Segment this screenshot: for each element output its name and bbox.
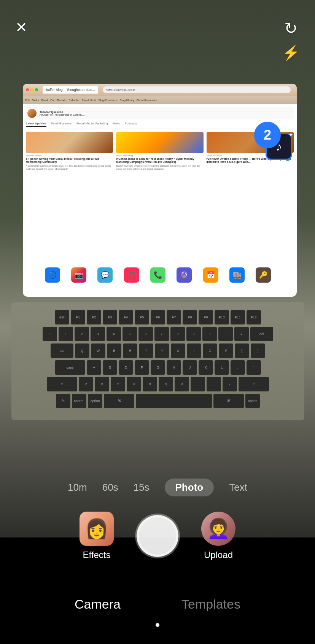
address-bar: buffer.com/resources/ [103, 86, 291, 93]
nav-tab-templates[interactable]: Templates [174, 593, 248, 615]
toolbar-item: Blog-Library [120, 99, 134, 102]
key: 8 [170, 327, 185, 341]
effects-avatar: 👩 [80, 512, 114, 546]
key: . [207, 377, 221, 391]
dot-yellow [30, 88, 33, 91]
key: ] [251, 343, 265, 358]
chrome-bar: Buffer Blog – Thoughts on Soc... buffer.… [23, 84, 297, 96]
flash-button[interactable]: ⚡ [282, 45, 300, 61]
profile-row: Tatiana Figueiredo Founder of The Busine… [26, 107, 294, 119]
mode-text[interactable]: Text [229, 482, 247, 493]
key: K [199, 360, 213, 375]
upload-label: Upload [204, 550, 233, 560]
mode-selector: 10m 60s 15s Photo Text [0, 479, 315, 496]
key: N [159, 377, 173, 391]
key: Z [79, 377, 93, 391]
nav-tab-news: News [113, 122, 120, 127]
key-row-5: ⇧ Z X C V B N M , . / ⇧ [17, 377, 299, 391]
key: S [103, 360, 117, 375]
key: 1 [59, 327, 73, 341]
nav-tab-social: Social Media Marketing [76, 122, 108, 127]
key: 3 [91, 327, 105, 341]
key: F12 [247, 310, 261, 324]
key: O [203, 343, 217, 358]
key: W [91, 343, 105, 358]
close-button[interactable]: ✕ [15, 19, 27, 36]
upload-button[interactable]: 👩‍🦱 Upload [201, 512, 235, 560]
key-tab: tab [51, 343, 73, 358]
key: [ [235, 343, 249, 358]
toolbar-row: Edit Tasks Gmail Cal Threads Calendar Bo… [23, 96, 297, 104]
key: Y [155, 343, 169, 358]
article-title-1: 5 Tips for Turning Your Social Media Fol… [26, 157, 113, 164]
key: 2 [75, 327, 89, 341]
key: esc [55, 310, 69, 324]
url-text: buffer.com/resources/ [106, 88, 135, 92]
article-excerpt-1: A community business strategist gives he… [26, 165, 113, 171]
dock-icon: 🔮 [177, 267, 192, 283]
key: F [135, 360, 149, 375]
key-row-1: esc F1 F2 F3 F4 F5 F6 F7 F8 F9 F10 F11 F… [17, 310, 299, 324]
toolbar-item: Edit [25, 99, 30, 102]
key-delete: del [250, 327, 273, 341]
upload-face: 👩‍🦱 [201, 512, 235, 546]
profile-name: Tatiana Figueiredo [40, 111, 84, 113]
key-row-6: fn control option ⌘ ⌘ option [17, 394, 299, 408]
key: F1 [71, 310, 85, 324]
key: X [95, 377, 109, 391]
key: F8 [183, 310, 197, 324]
key-fn: fn [56, 394, 70, 408]
key-option: option [88, 394, 102, 408]
profile-avatar [27, 109, 37, 118]
key-shift-r: ⇧ [239, 377, 269, 391]
key: V [127, 377, 141, 391]
flip-camera-button[interactable]: ↻ [284, 19, 298, 38]
badge-number: 2 [264, 127, 271, 143]
nav-tab-podcasts: Podcasts [125, 122, 137, 127]
dot-green [35, 88, 38, 91]
key: B [143, 377, 157, 391]
upload-avatar: 👩‍🦱 [201, 512, 235, 546]
key: F5 [135, 310, 149, 324]
key: ' [247, 360, 261, 375]
mode-10m[interactable]: 10m [68, 482, 87, 493]
mode-60s[interactable]: 60s [102, 482, 118, 493]
bottom-nav-tabs: Camera Templates [67, 593, 248, 615]
key-option-r: option [245, 394, 260, 408]
article-category-1: Small Business [26, 154, 113, 157]
key: 9 [186, 327, 201, 341]
key-cmd-r: ⌘ [213, 394, 244, 408]
nav-tab-camera[interactable]: Camera [67, 593, 128, 615]
mode-15s[interactable]: 15s [134, 482, 150, 493]
key-space [136, 394, 212, 408]
dock-icon: 🎵 [124, 267, 139, 283]
toolbar-item: Blog-Resources [99, 99, 118, 102]
key: F7 [167, 310, 181, 324]
key: 7 [154, 327, 169, 341]
key: F10 [215, 310, 229, 324]
article-img-1 [26, 132, 113, 153]
profile-role: Founder of The Business of Commu... [40, 113, 84, 116]
article-category-2: Brand Marketing [116, 154, 203, 157]
toolbar-item: Gmail [41, 99, 48, 102]
effects-button[interactable]: 👩 Effects [80, 512, 114, 560]
key: 4 [107, 327, 121, 341]
shutter-button[interactable] [137, 515, 178, 557]
key-cmd-l: ⌘ [104, 394, 134, 408]
toolbar-item: Cal [50, 99, 54, 102]
article-card-1: Small Business 5 Tips for Turning Your S… [26, 132, 113, 170]
key: H [167, 360, 181, 375]
dock-icon: 📞 [150, 267, 165, 283]
toolbar-item: Ghost-Resources [137, 99, 157, 102]
key: M [175, 377, 189, 391]
key: / [223, 377, 237, 391]
key: ~ [43, 327, 57, 341]
mode-photo[interactable]: Photo [165, 479, 214, 496]
article-grid: Small Business 5 Tips for Turning Your S… [26, 132, 294, 170]
key: 6 [138, 327, 153, 341]
key: ; [231, 360, 245, 375]
effects-face: 👩 [80, 512, 114, 546]
key-row-3: tab Q W E R T Y U I O P [ ] [17, 343, 299, 358]
article-card-2: Brand Marketing 9 Genius Ideas to Steal … [116, 132, 203, 170]
article-img-2 [116, 132, 203, 153]
